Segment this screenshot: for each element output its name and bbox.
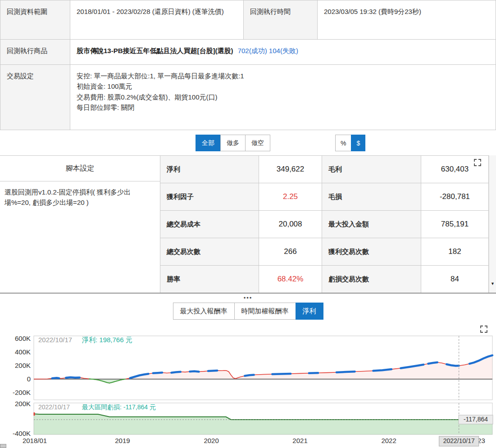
stat-value-losing-trades: 84: [421, 266, 488, 293]
svg-text:2022/10/17: 2022/10/17: [38, 403, 70, 411]
product-name: 股市傳說13-PB接近五年低點且法人買超[台股](選股): [77, 47, 233, 54]
svg-text:2022/10/17: 2022/10/17: [443, 437, 475, 444]
expand-icon[interactable]: [480, 325, 488, 333]
stat-value-net-profit: 349,622: [259, 156, 322, 183]
stat-label-winning-trades: 獲利交易次數: [322, 238, 421, 265]
scroll-down-button[interactable]: ▼: [489, 280, 496, 287]
svg-text:600K: 600K: [15, 335, 31, 342]
svg-text:2022/10/17: 2022/10/17: [38, 336, 72, 344]
stat-value-max-investment: 785,191: [421, 211, 488, 238]
backtest-info-table: 回測資料範圍 2018/01/01 - 2023/02/28 (還原日資料) (…: [0, 0, 496, 130]
script-description: 選股回測用v1.0.2-固定停損利( 獲利多少出場%=20, 虧損多少出場=20…: [0, 181, 160, 213]
stat-value-win-rate: 68.42%: [259, 266, 322, 293]
filter-long-button[interactable]: 做多: [220, 135, 246, 151]
stat-value-profit-factor: 2.25: [259, 183, 322, 210]
down-arrow-icon: ▼: [491, 281, 495, 286]
value-backtest-range: 2018/01/01 - 2023/02/28 (還原日資料) (逐筆洗價): [70, 0, 243, 39]
unit-percent-button[interactable]: %: [335, 135, 351, 151]
svg-text:-400K: -400K: [13, 430, 31, 437]
panel-splitter[interactable]: •••: [0, 293, 496, 300]
label-backtest-product: 回測執行商品: [0, 40, 70, 64]
chart-tab-bar: 最大投入報酬率 時間加權報酬率 淨利: [0, 300, 496, 321]
stat-value-total-cost: 20,008: [259, 211, 322, 238]
stat-label-gross-loss: 毛損: [322, 183, 421, 210]
product-success-fail-link[interactable]: 702(成功) 104(失敗): [238, 47, 298, 54]
stat-label-total-cost: 總交易成本: [160, 211, 259, 238]
value-trade-settings: 安控: 單一商品最大部位:1, 單一商品每日最多進場次數:1 初始資金: 100…: [70, 65, 496, 130]
svg-text:淨利: 198,766 元: 淨利: 198,766 元: [82, 336, 132, 344]
filter-short-button[interactable]: 做空: [245, 135, 270, 151]
stats-area: 腳本設定 選股回測用v1.0.2-固定停損利( 獲利多少出場%=20, 虧損多少…: [0, 155, 496, 293]
stat-label-win-rate: 勝率: [160, 266, 259, 293]
filter-all-button[interactable]: 全部: [196, 135, 221, 151]
trade-setting-line: 交易費用: 股票0.2%(成交金額)、期貨100元(口): [77, 92, 489, 102]
script-settings-panel: 腳本設定 選股回測用v1.0.2-固定停損利( 獲利多少出場%=20, 虧損多少…: [0, 155, 160, 293]
value-backtest-exec-time: 2023/03/05 19:32 (費時9分23秒): [318, 0, 496, 39]
stat-label-total-trades: 總交易次數: [160, 238, 259, 265]
trade-setting-line: 安控: 單一商品最大部位:1, 單一商品每日最多進場次數:1: [77, 71, 489, 81]
scrollbar-corner[interactable]: [0, 444, 6, 448]
svg-text:2021: 2021: [292, 437, 307, 444]
value-backtest-product: 股市傳說13-PB接近五年低點且法人買超[台股](選股) 702(成功) 104…: [70, 40, 496, 64]
svg-text:0: 0: [27, 375, 31, 383]
position-filter-group: 全部 做多 做空: [196, 135, 270, 151]
svg-text:-117,864: -117,864: [464, 416, 488, 423]
svg-text:2018/01: 2018/01: [23, 437, 47, 444]
stats-scrollbar[interactable]: ▼: [489, 155, 496, 293]
svg-text:2020: 2020: [204, 437, 218, 444]
script-settings-title: 腳本設定: [0, 156, 160, 181]
performance-charts[interactable]: 600K400K200K0-200K200K-400K2022/10/17淨利:…: [0, 321, 496, 448]
stat-label-profit-factor: 獲利因子: [160, 183, 259, 210]
tab-time-weighted-return[interactable]: 時間加權報酬率: [234, 303, 296, 320]
label-backtest-range: 回測資料範圍: [0, 0, 70, 39]
stat-label-max-investment: 最大投入金額: [322, 211, 421, 238]
trade-setting-line: 初始資金: 100萬元: [77, 81, 489, 91]
svg-text:200K: 200K: [15, 362, 31, 369]
label-trade-settings: 交易設定: [0, 65, 70, 130]
svg-text:2022: 2022: [381, 437, 396, 444]
svg-text:最大區間虧損: -117,864 元: 最大區間虧損: -117,864 元: [82, 403, 156, 411]
stat-label-gross-profit: 毛利: [322, 156, 421, 183]
tab-max-investment-return[interactable]: 最大投入報酬率: [173, 303, 235, 320]
tab-net-profit[interactable]: 淨利: [296, 303, 323, 320]
svg-text:200K: 200K: [15, 400, 31, 407]
chart-section: 600K400K200K0-200K200K-400K2022/10/17淨利:…: [0, 321, 496, 448]
svg-text:-200K: -200K: [13, 389, 31, 396]
unit-toggle-group: % $: [335, 135, 365, 151]
stat-label-net-profit: 淨利: [160, 156, 259, 183]
stat-value-winning-trades: 182: [421, 238, 488, 265]
trade-setting-line: 每日部位歸零: 關閉: [77, 102, 489, 113]
svg-text:400K: 400K: [15, 348, 31, 356]
filter-toolbar: 全部 做多 做空 % $: [0, 133, 496, 155]
stat-value-total-trades: 266: [259, 238, 322, 265]
stat-value-gross-loss: -280,781: [421, 183, 488, 210]
expand-icon[interactable]: [473, 158, 482, 167]
stats-table: 淨利 349,622 毛利 630,403 獲利因子 2.25 毛損 -280,…: [160, 155, 489, 293]
label-backtest-exec-time: 回測執行時間: [244, 0, 317, 39]
unit-dollar-button[interactable]: $: [351, 135, 365, 151]
svg-text:2019: 2019: [115, 437, 130, 444]
stat-label-losing-trades: 虧損交易次數: [322, 266, 421, 293]
